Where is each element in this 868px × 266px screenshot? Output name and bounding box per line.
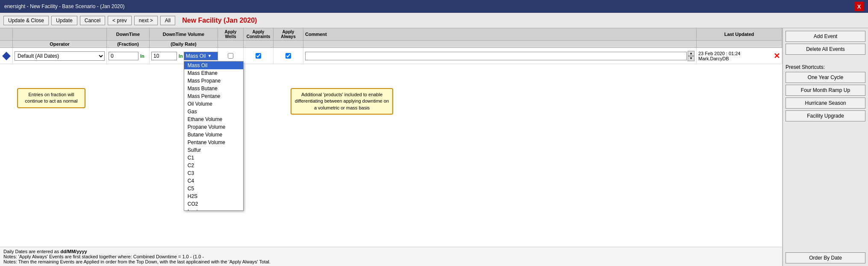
col-downtime-vol-header: DownTime Volume: [150, 28, 218, 40]
spin-up-button[interactable]: ▲: [688, 51, 694, 56]
dropdown-selected-value: Mass Oil: [186, 53, 206, 59]
downtime-input[interactable]: [109, 52, 138, 60]
col-comment-header: Comment: [303, 28, 697, 40]
downtime-vol-cell: In Mass Oil ▼ Mass Oil Mass Ethane Mass …: [150, 48, 218, 64]
one-year-cycle-button[interactable]: One Year Cycle: [786, 72, 865, 83]
dropdown-arrow-icon: ▼: [207, 53, 212, 58]
subcol-downtime-vol: (Daily Rate): [150, 41, 218, 47]
toolbar: Update & Close Update Cancel < prev next…: [0, 13, 868, 28]
dropdown-item-mass-propane[interactable]: Mass Propane: [184, 77, 243, 85]
subcol-apply-always: [274, 41, 303, 47]
facility-upgrade-button[interactable]: Facility Upgrade: [786, 110, 865, 121]
comment-input[interactable]: [305, 52, 687, 60]
order-by-date-button[interactable]: Order By Date: [786, 252, 865, 263]
table-header-row1: DownTime DownTime Volume Apply Wells App…: [0, 28, 782, 41]
dropdown-item-pentane-volume[interactable]: Pentane Volume: [184, 139, 243, 146]
apply-constraints-checkbox[interactable]: [256, 53, 261, 59]
row-icon-cell: [0, 48, 13, 64]
dropdown-item-c3[interactable]: C3: [184, 169, 243, 177]
callout-right-text: Additional 'products' included to enable…: [295, 92, 389, 110]
update-close-button[interactable]: Update & Close: [3, 16, 49, 25]
subcol-comment: [303, 41, 697, 47]
col-apply-wells-header: Apply Wells: [218, 28, 244, 40]
delete-row-icon[interactable]: ✕: [774, 51, 780, 61]
close-button[interactable]: X: [854, 2, 864, 11]
operator-select[interactable]: Default (All Dates): [15, 51, 105, 61]
dropdown-item-butane-volume[interactable]: Butane Volume: [184, 131, 243, 139]
delete-all-events-button[interactable]: Delete All Events: [786, 44, 865, 55]
table-row: Default (All Dates) In In Mass Oil: [0, 48, 782, 64]
col-apply-always-header: Apply Always: [274, 28, 303, 40]
downtime-vol-input[interactable]: [151, 52, 177, 60]
dropdown-item-mass-ethane[interactable]: Mass Ethane: [184, 69, 243, 77]
subcol-last-updated: [697, 41, 782, 47]
next-button[interactable]: next >: [134, 16, 158, 25]
comment-cell: ▲ ▼: [303, 48, 697, 64]
apply-always-cell: [274, 48, 303, 64]
subcol-icon: [0, 41, 13, 47]
main-container: DownTime DownTime Volume Apply Wells App…: [0, 28, 868, 266]
update-button[interactable]: Update: [51, 16, 77, 25]
window-title: enersight - New Facility - Base Scenario…: [4, 3, 124, 9]
volume-type-dropdown-container: Mass Oil ▼ Mass Oil Mass Ethane Mass Pro…: [184, 52, 218, 60]
dropdown-item-h2s[interactable]: H2S: [184, 192, 243, 200]
last-updated-text: 23 Feb 2020 : 01:24 Mark.DarcyDB: [698, 51, 772, 61]
apply-always-checkbox[interactable]: [285, 53, 291, 59]
col-downtime-header: DownTime: [107, 28, 150, 40]
left-panel: DownTime DownTime Volume Apply Wells App…: [0, 28, 783, 266]
callout-left: Entries on fraction will continue to act…: [17, 88, 85, 108]
dropdown-item-propane-volume[interactable]: Propane Volume: [184, 123, 243, 131]
subcol-apply-wells: [218, 41, 244, 47]
add-event-button[interactable]: Add Event: [786, 31, 865, 42]
notes-section: Daily Dates are entered as dd/MM/yyyy No…: [0, 247, 782, 266]
dropdown-item-gas[interactable]: Gas: [184, 108, 243, 115]
volume-type-dropdown[interactable]: Mass Oil ▼: [184, 52, 218, 60]
note-line1: Daily Dates are entered as dd/MM/yyyy: [3, 249, 779, 254]
table-header-row2: Operator (Fraction) (Daily Rate): [0, 41, 782, 48]
cancel-button[interactable]: Cancel: [80, 16, 105, 25]
spin-down-button[interactable]: ▼: [688, 56, 694, 61]
col-apply-constraints-header: Apply Constraints: [244, 28, 274, 40]
subcol-operator: Operator: [13, 41, 107, 47]
downtime-vol-in-label: In: [179, 53, 183, 59]
apply-wells-checkbox[interactable]: [228, 53, 233, 59]
right-panel: Add Event Delete All Events Preset Short…: [783, 28, 868, 266]
apply-constraints-cell: [244, 48, 274, 64]
callout-left-text: Entries on fraction will continue to act…: [25, 92, 78, 103]
four-month-ramp-button[interactable]: Four Month Ramp Up: [786, 85, 865, 96]
dropdown-item-sulfur[interactable]: Sulfur: [184, 146, 243, 154]
dropdown-item-ethane-volume[interactable]: Ethane Volume: [184, 115, 243, 123]
window: enersight - New Facility - Base Scenario…: [0, 0, 868, 266]
dropdown-item-oil-volume[interactable]: Oil Volume: [184, 100, 243, 108]
downtime-cell: In: [107, 48, 150, 64]
dropdown-item-c1[interactable]: C1: [184, 154, 243, 162]
hurricane-season-button[interactable]: Hurricane Season: [786, 98, 865, 109]
dropdown-item-c5[interactable]: C5: [184, 185, 243, 192]
dropdown-item-mass-butane[interactable]: Mass Butane: [184, 85, 243, 92]
operator-cell: Default (All Dates): [13, 48, 107, 64]
last-updated-cell: 23 Feb 2020 : 01:24 Mark.DarcyDB ✕: [697, 48, 782, 64]
dropdown-item-c4[interactable]: C4: [184, 177, 243, 185]
prev-button[interactable]: < prev: [108, 16, 132, 25]
dropdown-item-c2[interactable]: C2: [184, 162, 243, 169]
callout-right: Additional 'products' included to enable…: [291, 88, 393, 115]
note-line3: Notes: Then the remaining Events are App…: [3, 259, 779, 264]
subcol-downtime: (Fraction): [107, 41, 150, 47]
title-bar: enersight - New Facility - Base Scenario…: [0, 0, 868, 13]
col-last-updated-header: Last Updated: [697, 28, 782, 40]
dropdown-item-mass-pentane[interactable]: Mass Pentane: [184, 92, 243, 100]
dropdown-item-co2[interactable]: CO2: [184, 200, 243, 208]
preset-shortcuts-label: Preset Shortcuts:: [786, 64, 865, 70]
page-title: New Facility (Jan 2020): [182, 17, 257, 24]
note-line2: Notes: 'Apply Always' Events are first s…: [3, 254, 779, 259]
downtime-in-label: In: [140, 53, 144, 59]
diamond-icon: [2, 52, 11, 60]
dropdown-item-inert[interactable]: Inert: [184, 208, 243, 211]
subcol-apply-constraints: [244, 41, 274, 47]
col-icon-header: [0, 28, 13, 40]
all-button[interactable]: All: [160, 16, 175, 25]
dropdown-item-mass-oil[interactable]: Mass Oil: [184, 62, 243, 69]
date-format-bold: dd/MM/yyyy: [60, 249, 87, 254]
comment-spinbox: ▲ ▼: [688, 51, 694, 61]
dropdown-menu: Mass Oil Mass Ethane Mass Propane Mass B…: [184, 61, 244, 211]
